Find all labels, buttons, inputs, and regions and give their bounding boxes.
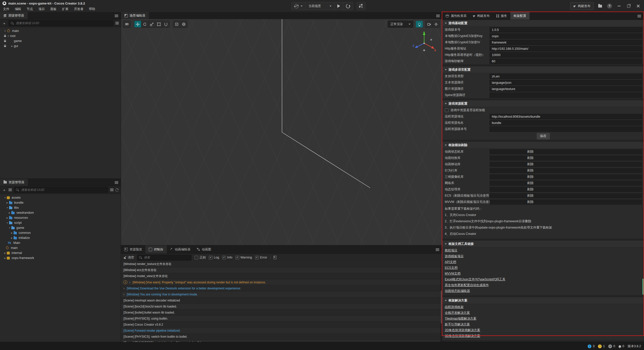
doc-link[interactable]: MVVM文档 (445, 272, 461, 276)
doc-link[interactable]: Excel格式转Json文件与TypeScript代码工具 (445, 277, 505, 282)
doc-link[interactable]: ECS文档 (445, 266, 458, 270)
move-tool-button[interactable] (134, 21, 141, 27)
console-search-input[interactable] (143, 255, 189, 259)
camera-preview-button[interactable] (426, 21, 433, 27)
doc-link[interactable]: 教程项目 (445, 248, 457, 253)
menu-item[interactable]: 面板 (50, 7, 57, 11)
error-count[interactable]: 0 (608, 344, 615, 348)
log-filter-checkbox[interactable]: Warning (235, 256, 252, 259)
doc-link[interactable]: API文档 (445, 260, 456, 264)
lighting-toggle-button[interactable] (416, 21, 423, 27)
doc-link[interactable]: 原生包热更新配置自动生成插件 (445, 283, 489, 287)
section-header[interactable]: 游戏资源配置 (442, 100, 644, 107)
notification-count[interactable]: 0 (619, 344, 624, 348)
hierarchy-node-row[interactable]: game (0, 38, 121, 43)
log-row[interactable]: [Scene] [PHYSICS]: switch from builtin t… (121, 334, 440, 339)
expand-chevron-icon[interactable] (3, 28, 7, 34)
add-node-button[interactable] (2, 21, 7, 25)
asset-node-row[interactable]: libs (0, 205, 121, 210)
menu-item[interactable]: 开发者 (74, 7, 84, 11)
filter-icon[interactable] (115, 22, 119, 22)
menu-item[interactable]: 节点 (27, 7, 33, 11)
sort-assets-icon[interactable] (9, 189, 12, 189)
console-tab[interactable]: 资源预览 (121, 245, 145, 253)
log-row[interactable]: [Scene] [box2d]:box2d wasm lib loaded. (121, 303, 440, 309)
panel-menu-icon[interactable] (436, 15, 440, 15)
menu-item[interactable]: 帮助 (89, 7, 95, 11)
clear-console-button[interactable]: 清空 (124, 255, 134, 260)
asset-node-row[interactable]: script (0, 220, 121, 225)
solution-link[interactable]: 3D角色扮演游戏解决方案 (445, 334, 480, 338)
scene-settings-button[interactable] (433, 21, 439, 27)
remove-module-button[interactable]: 剔除 (527, 199, 534, 205)
field-input[interactable] (490, 40, 642, 45)
remove-module-button[interactable]: 剔除 (527, 155, 534, 161)
remove-module-button[interactable]: 剔除 (527, 174, 534, 180)
expand-chevron-icon[interactable] (7, 33, 10, 39)
field-input[interactable] (490, 46, 642, 51)
solution-link[interactable]: 新手引导解决方案 (445, 322, 470, 327)
asset-node-row[interactable]: oops-framework (0, 255, 121, 260)
panel-menu-icon[interactable] (637, 15, 641, 15)
panel-menu-icon[interactable] (115, 181, 118, 182)
doc-link[interactable]: 游戏模板项目 (445, 254, 464, 258)
open-log-file-icon[interactable] (273, 256, 276, 259)
lock-icon[interactable] (3, 45, 7, 47)
menu-item[interactable]: 扩展 (62, 7, 68, 11)
field-input[interactable] (490, 80, 642, 85)
field-input[interactable] (490, 126, 642, 132)
hierarchy-node-row[interactable]: gui (0, 43, 121, 49)
hierarchy-node-row[interactable]: main (0, 28, 121, 33)
inspector-scrollbar[interactable] (642, 279, 644, 295)
log-filter-checkbox[interactable]: Info (222, 256, 232, 259)
log-row[interactable]: [Window] [Vue warn]: Property "onInput" … (121, 279, 440, 285)
asset-node-row[interactable]: seedrandom (0, 210, 121, 215)
log-row[interactable]: [Window] model_view文件夹存在 (121, 273, 440, 279)
console-tab[interactable]: 动画编辑器 (167, 245, 194, 253)
inspector-tab[interactable]: 属性检查器 (442, 12, 470, 20)
log-row[interactable]: [Window] You are running Vue in developm… (121, 291, 440, 297)
scene-select[interactable]: 当前场景 (306, 2, 335, 10)
preview-qr-button[interactable] (357, 2, 365, 10)
log-row[interactable]: [Scene] [PHYSICS]: using builtin. (121, 316, 440, 321)
expand-chevron-icon[interactable] (124, 287, 125, 290)
pivot-position-button[interactable] (173, 21, 180, 27)
preview-target-select[interactable] (292, 2, 306, 10)
orientation-gizmo[interactable]: Y X Z (412, 30, 436, 54)
menu-item[interactable]: 文件 (3, 7, 9, 11)
expand-chevron-icon[interactable] (8, 225, 11, 231)
inspector-tab[interactable]: 构建发布 (470, 12, 493, 20)
expand-chevron-icon[interactable] (10, 235, 14, 241)
scene-editor-tab[interactable]: 场景编辑器 (121, 12, 149, 19)
expand-chevron-icon[interactable] (124, 293, 125, 296)
remove-module-button[interactable]: 剔除 (527, 187, 534, 192)
solution-link[interactable]: 全栈开发解决方案 (445, 311, 470, 315)
log-row[interactable]: [Window] Download the Vue Devtools exten… (121, 285, 440, 291)
save-button[interactable]: 保存 (537, 133, 550, 139)
section-header[interactable]: 游戏基础配置 (442, 20, 644, 27)
field-input[interactable] (490, 114, 642, 119)
render-mode-select[interactable]: 正常渲染 (388, 21, 413, 28)
asset-node-row[interactable]: resources (0, 215, 121, 220)
field-input[interactable] (490, 93, 642, 98)
inspector-tab[interactable]: 框架配置 (510, 12, 530, 20)
remove-module-button[interactable]: 剔除 (527, 162, 534, 167)
rotate-tool-button[interactable] (141, 21, 148, 27)
field-input[interactable] (490, 86, 642, 92)
menu-item[interactable]: 项目 (38, 7, 45, 11)
scene-viewport[interactable]: 3D (121, 19, 442, 245)
remove-module-button[interactable]: 剔除 (527, 168, 534, 173)
asset-node-row[interactable]: game (0, 225, 121, 230)
section-header[interactable]: 框架解决方案 (442, 297, 644, 304)
remove-module-button[interactable]: 剔除 (527, 193, 534, 198)
console-tab[interactable]: 控制台 (145, 245, 167, 253)
expand-chevron-icon[interactable] (6, 215, 9, 221)
field-input[interactable] (490, 52, 642, 58)
section-header[interactable]: 游戏多语言配置 (442, 66, 644, 73)
warning-count[interactable]: 1 (598, 344, 605, 348)
field-input[interactable] (490, 59, 642, 64)
coordinate-mode-button[interactable] (180, 21, 187, 27)
reload-button[interactable] (343, 2, 353, 10)
lock-icon[interactable] (3, 35, 7, 37)
section-header[interactable]: 框架模块剔除 (442, 142, 644, 149)
